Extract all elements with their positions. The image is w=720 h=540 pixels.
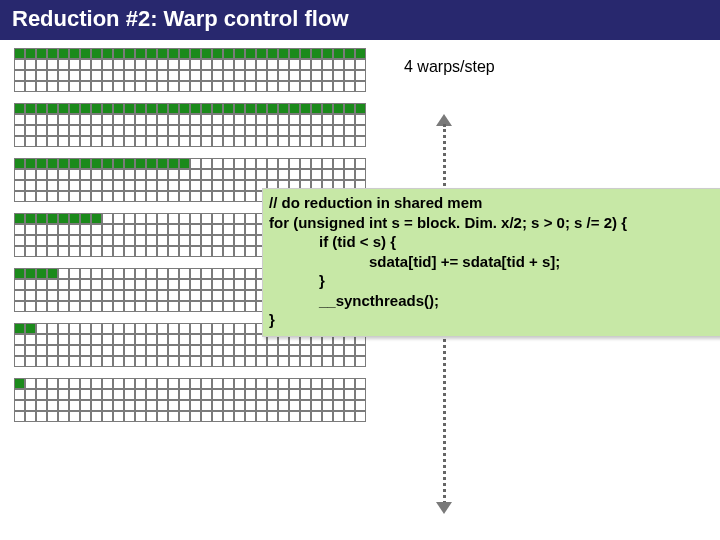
inactive-thread-cell bbox=[234, 345, 245, 356]
inactive-thread-cell bbox=[102, 301, 113, 312]
inactive-thread-cell bbox=[25, 235, 36, 246]
inactive-thread-cell bbox=[256, 158, 267, 169]
inactive-thread-cell bbox=[47, 389, 58, 400]
inactive-thread-cell bbox=[25, 279, 36, 290]
inactive-thread-cell bbox=[245, 235, 256, 246]
inactive-thread-cell bbox=[201, 246, 212, 257]
inactive-thread-cell bbox=[80, 378, 91, 389]
active-thread-cell bbox=[256, 48, 267, 59]
inactive-thread-cell bbox=[102, 224, 113, 235]
inactive-thread-cell bbox=[333, 125, 344, 136]
inactive-thread-cell bbox=[36, 191, 47, 202]
active-thread-cell bbox=[91, 48, 102, 59]
inactive-thread-cell bbox=[47, 290, 58, 301]
inactive-thread-cell bbox=[113, 334, 124, 345]
inactive-thread-cell bbox=[80, 356, 91, 367]
active-thread-cell bbox=[245, 48, 256, 59]
thread-row bbox=[14, 400, 720, 411]
inactive-thread-cell bbox=[124, 323, 135, 334]
inactive-thread-cell bbox=[14, 81, 25, 92]
inactive-thread-cell bbox=[135, 411, 146, 422]
inactive-thread-cell bbox=[113, 246, 124, 257]
inactive-thread-cell bbox=[47, 235, 58, 246]
inactive-thread-cell bbox=[80, 334, 91, 345]
active-thread-cell bbox=[36, 268, 47, 279]
inactive-thread-cell bbox=[234, 378, 245, 389]
inactive-thread-cell bbox=[245, 81, 256, 92]
inactive-thread-cell bbox=[179, 125, 190, 136]
inactive-thread-cell bbox=[36, 356, 47, 367]
inactive-thread-cell bbox=[278, 400, 289, 411]
inactive-thread-cell bbox=[47, 180, 58, 191]
inactive-thread-cell bbox=[113, 378, 124, 389]
active-thread-cell bbox=[157, 48, 168, 59]
active-thread-cell bbox=[25, 323, 36, 334]
inactive-thread-cell bbox=[135, 114, 146, 125]
inactive-thread-cell bbox=[256, 400, 267, 411]
inactive-thread-cell bbox=[190, 290, 201, 301]
code-line: // do reduction in shared mem bbox=[269, 193, 719, 213]
inactive-thread-cell bbox=[267, 411, 278, 422]
active-thread-cell bbox=[278, 103, 289, 114]
inactive-thread-cell bbox=[69, 290, 80, 301]
inactive-thread-cell bbox=[14, 169, 25, 180]
inactive-thread-cell bbox=[146, 125, 157, 136]
inactive-thread-cell bbox=[223, 279, 234, 290]
thread-row bbox=[14, 81, 720, 92]
active-thread-cell bbox=[256, 103, 267, 114]
inactive-thread-cell bbox=[157, 59, 168, 70]
inactive-thread-cell bbox=[245, 169, 256, 180]
inactive-thread-cell bbox=[47, 279, 58, 290]
inactive-thread-cell bbox=[267, 356, 278, 367]
active-thread-cell bbox=[179, 158, 190, 169]
inactive-thread-cell bbox=[267, 400, 278, 411]
inactive-thread-cell bbox=[47, 81, 58, 92]
inactive-thread-cell bbox=[80, 169, 91, 180]
inactive-thread-cell bbox=[124, 70, 135, 81]
inactive-thread-cell bbox=[135, 235, 146, 246]
inactive-thread-cell bbox=[58, 59, 69, 70]
inactive-thread-cell bbox=[47, 59, 58, 70]
inactive-thread-cell bbox=[91, 125, 102, 136]
inactive-thread-cell bbox=[168, 334, 179, 345]
inactive-thread-cell bbox=[234, 389, 245, 400]
inactive-thread-cell bbox=[311, 411, 322, 422]
inactive-thread-cell bbox=[267, 169, 278, 180]
inactive-thread-cell bbox=[80, 323, 91, 334]
inactive-thread-cell bbox=[47, 224, 58, 235]
active-thread-cell bbox=[179, 103, 190, 114]
thread-block bbox=[14, 103, 720, 147]
inactive-thread-cell bbox=[212, 59, 223, 70]
inactive-thread-cell bbox=[135, 81, 146, 92]
inactive-thread-cell bbox=[157, 125, 168, 136]
inactive-thread-cell bbox=[311, 81, 322, 92]
inactive-thread-cell bbox=[245, 279, 256, 290]
inactive-thread-cell bbox=[333, 70, 344, 81]
inactive-thread-cell bbox=[58, 334, 69, 345]
inactive-thread-cell bbox=[146, 378, 157, 389]
inactive-thread-cell bbox=[58, 224, 69, 235]
inactive-thread-cell bbox=[36, 81, 47, 92]
inactive-thread-cell bbox=[14, 400, 25, 411]
inactive-thread-cell bbox=[322, 114, 333, 125]
inactive-thread-cell bbox=[69, 246, 80, 257]
active-thread-cell bbox=[69, 48, 80, 59]
inactive-thread-cell bbox=[135, 70, 146, 81]
inactive-thread-cell bbox=[333, 59, 344, 70]
active-thread-cell bbox=[14, 323, 25, 334]
inactive-thread-cell bbox=[146, 400, 157, 411]
inactive-thread-cell bbox=[36, 235, 47, 246]
inactive-thread-cell bbox=[102, 70, 113, 81]
inactive-thread-cell bbox=[91, 334, 102, 345]
inactive-thread-cell bbox=[157, 224, 168, 235]
inactive-thread-cell bbox=[113, 268, 124, 279]
inactive-thread-cell bbox=[80, 59, 91, 70]
thread-row bbox=[14, 103, 720, 114]
inactive-thread-cell bbox=[36, 400, 47, 411]
inactive-thread-cell bbox=[201, 400, 212, 411]
inactive-thread-cell bbox=[91, 290, 102, 301]
inactive-thread-cell bbox=[223, 400, 234, 411]
inactive-thread-cell bbox=[58, 180, 69, 191]
inactive-thread-cell bbox=[102, 323, 113, 334]
inactive-thread-cell bbox=[25, 389, 36, 400]
